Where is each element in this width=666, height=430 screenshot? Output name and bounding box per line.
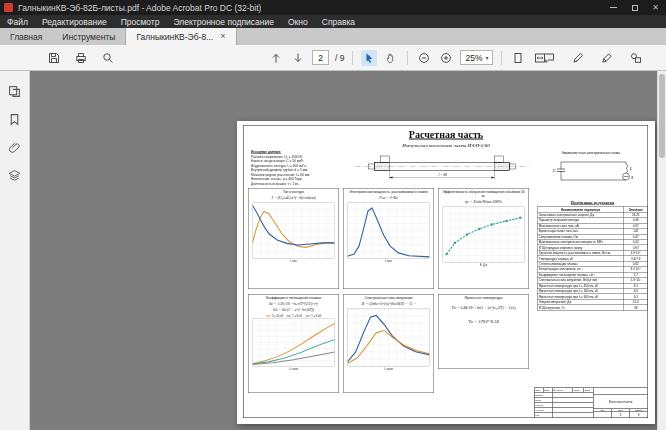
section-current: Ток в контуре I = (U₀/ωL)·e^(−δt)·sin(ωt… [248, 188, 339, 289]
tb-cell: Изм. [535, 388, 544, 393]
sheets-cell: Листов9 [630, 409, 648, 418]
tab-tools[interactable]: Инструменты [52, 28, 125, 45]
hand-tool-icon [385, 52, 397, 64]
maximize-button[interactable] [624, 0, 645, 15]
minimize-icon [610, 7, 617, 8]
pen-nib-icon [601, 52, 613, 64]
page-thumbnails-button[interactable] [7, 83, 23, 99]
tab-home[interactable]: Главная [0, 28, 52, 45]
formula-brightness-2: Tя = 570·P^0.18 [467, 312, 500, 326]
inductor-label: L [629, 166, 633, 171]
shapes-icon [630, 52, 642, 64]
save-button[interactable] [46, 50, 62, 66]
next-page-button[interactable] [290, 50, 306, 66]
section-brightness: Яркостная температура Tя = 5.44·10⁴ / ln… [438, 294, 529, 369]
x-axis-label: t, мкс [385, 259, 392, 263]
param-name: КПД излучения, % [537, 305, 624, 310]
paperclip-icon [8, 141, 21, 154]
search-button[interactable] [100, 50, 116, 66]
previous-page-button[interactable] [268, 50, 284, 66]
bookmarks-button[interactable] [7, 111, 23, 127]
hand-tool-button[interactable] [383, 50, 399, 66]
close-icon[interactable]: × [220, 32, 225, 41]
lit-cell: Лит. [594, 409, 612, 418]
title-block-right: Расчетная часть Лит. Лист2 Листов9 [594, 388, 648, 418]
legend-item: T = 10 кК [266, 314, 283, 317]
tab-document[interactable]: ГалныкинКВ-Эб-8... × [125, 28, 236, 45]
single-page-view-button[interactable] [510, 50, 526, 66]
initial-data-block: Исходные данные: Рабочее напряжение: U₀ … [251, 150, 351, 186]
legend-item: T = 6 кК [306, 314, 322, 317]
section-intensity: Спектральная сила излучения Iλ = (2πhc²/… [343, 294, 434, 393]
tb-cell: Лист [543, 388, 552, 393]
table-row: КПД излучения, %38 [537, 305, 648, 310]
close-button[interactable]: ✕ [645, 0, 666, 15]
section-efficiency: Эффективность облучения помещения объёмо… [438, 188, 529, 289]
zoom-level-select[interactable]: 25% ▾ [460, 50, 493, 65]
arrow-up-icon [270, 52, 282, 64]
vertical-scrollbar[interactable] [657, 71, 666, 430]
document-name-cell: Расчетная часть [594, 395, 648, 409]
zoom-out-button[interactable] [416, 50, 432, 66]
tb-cell: Утв. [535, 413, 553, 418]
divider [352, 51, 353, 65]
legend-swatch [287, 316, 292, 317]
page-number-input[interactable]: 2 [312, 50, 329, 65]
legend-label: T = 6 кК [311, 314, 321, 317]
menu-edit[interactable]: Редактирование [35, 17, 114, 27]
single-page-icon [512, 52, 524, 64]
capacitor-label: C [553, 168, 556, 173]
formula-current: I = (U₀/ωL)·e^(−δt)·sin(ωt) [270, 195, 317, 202]
arrow-down-icon [292, 52, 304, 64]
power-chart [348, 203, 430, 259]
legend-item: T = 8 кК [287, 314, 303, 317]
tab-bar: Главная Инструменты ГалныкинКВ-Эб-8... × [0, 28, 666, 45]
sheet-cell: Лист2 [612, 409, 630, 418]
x-axis-label: λ, мкм [384, 367, 393, 371]
zoom-in-button[interactable] [438, 50, 454, 66]
comment-tool-button[interactable] [541, 50, 557, 66]
menu-esign[interactable]: Электронное подписание [167, 17, 281, 27]
tb-cell [553, 403, 594, 408]
print-button[interactable] [73, 50, 89, 66]
tb-cell: Дата [584, 388, 593, 393]
lamp-drawing: l = 60 [355, 152, 530, 181]
navigation-pane [0, 71, 30, 430]
fill-sign-tool-button[interactable] [599, 50, 615, 66]
select-tool-button[interactable] [361, 50, 377, 66]
tb-cell [553, 408, 594, 413]
chevron-down-icon: ▾ [485, 54, 488, 61]
more-tools-button[interactable] [628, 50, 644, 66]
window-title: ГалныкинКВ-Эб-82Б-листы.pdf - Adobe Acro… [18, 3, 261, 13]
layers-button[interactable] [7, 167, 23, 183]
title-block: Изм. Лист № докум. Подп. Дата Разраб. Пр… [534, 388, 648, 419]
minimize-button[interactable] [603, 0, 624, 15]
lamp-dimension-label: l = 60 [439, 173, 448, 177]
section-absorption: Коэффициент поглощения плазмы kλ = 1.95·… [248, 294, 339, 393]
formula-brightness-1: Tя = 5.44·10⁴ / ln(1 + (e^(c₂/λT) − 1)/ε… [450, 301, 517, 312]
formula-power: Pэл = I²·Rл [378, 195, 399, 202]
formula-absorption-1: kλ = 1.95·10⁻⁷·nₑ²/(T^(3/2)·ν³) [268, 301, 319, 308]
title-block-left: Изм. Лист № докум. Подп. Дата Разраб. Пр… [535, 388, 594, 418]
divider [501, 51, 502, 65]
results-panel: Полученные результаты Наименование парам… [537, 200, 648, 311]
scrollbar-thumb[interactable] [659, 74, 665, 158]
acrobat-logo-icon [4, 3, 13, 12]
toolbar: 2 / 9 25% ▾ [0, 45, 666, 71]
menu-help[interactable]: Справка [315, 17, 362, 27]
document-canvas[interactable]: Расчетная часть Импульсная ксеноновая ла… [30, 71, 657, 430]
formula-efficiency: ηv = Eобл/Wзап·100% [464, 199, 504, 206]
highlight-tool-button[interactable] [570, 50, 586, 66]
menu-view[interactable]: Просмотр [114, 17, 167, 27]
search-icon [102, 52, 114, 64]
attachments-button[interactable] [7, 139, 23, 155]
page-subtitle: Импульсная ксеноновая лампа ИФП-5/60 [237, 142, 655, 148]
tb-cell: Разраб. [535, 393, 553, 398]
menu-file[interactable]: Файл [0, 17, 35, 27]
layers-icon [8, 169, 21, 182]
tb-cell: 9 [638, 412, 640, 418]
section-title: Эффективность облучения помещения объёмо… [439, 189, 529, 199]
intensity-chart [348, 309, 430, 367]
menu-window[interactable]: Окно [281, 17, 315, 27]
section-power: Электрическая мощность, рассеиваемая в л… [343, 188, 434, 289]
